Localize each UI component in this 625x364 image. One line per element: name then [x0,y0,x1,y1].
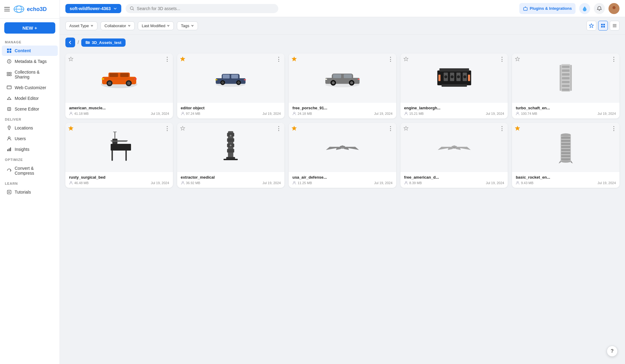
card-star-button[interactable] [515,126,520,132]
svg-rect-33 [603,24,605,25]
favorites-view-button[interactable] [587,21,596,31]
list-view-button[interactable] [610,21,620,31]
card-star-button[interactable] [404,56,408,63]
new-button[interactable]: NEW + [4,22,55,34]
asset-meta: 11.25 MB Jul 19, 2024 [292,181,393,185]
card-menu-button[interactable]: ⋮ [164,125,170,132]
card-image: ⋮ [289,53,396,102]
asset-card[interactable]: ⋮ free_american_d... 8.39 MB Jul 19, 202… [400,123,508,188]
svg-rect-22 [9,148,10,151]
card-menu-button[interactable]: ⋮ [276,125,281,132]
svg-rect-113 [111,141,127,142]
card-star-button[interactable] [68,56,73,63]
back-button[interactable] [65,38,75,47]
asset-card[interactable]: ⋮ usa_air_defense... 11.25 MB Jul 19, 20… [289,123,396,188]
card-star-button[interactable] [515,56,520,63]
svg-marker-64 [181,57,185,61]
card-star-button[interactable] [292,126,297,132]
asset-date: Jul 19, 2024 [374,112,393,115]
svg-rect-96 [562,70,570,72]
view-toggle [587,21,620,31]
asset-card[interactable]: ⋮ extractor_medical 36.92 MB Jul 19, 202… [177,123,285,188]
sidebar-item-model-editor[interactable]: Model Editor [2,93,58,104]
svg-point-19 [9,127,10,128]
plugins-button[interactable]: Plugins & Integrations [519,3,576,14]
asset-card[interactable]: ⋮ free_porsche_91... 24.18 MB Jul 19, 20… [289,53,396,118]
svg-point-134 [405,181,407,183]
svg-rect-9 [9,72,11,74]
svg-rect-103 [570,65,572,91]
search-input[interactable] [137,6,274,11]
asset-size: 97.24 MB [181,111,200,115]
asset-card[interactable]: ⋮ american_muscle... 41.18 MB Jul 19, 20… [65,53,173,118]
sidebar-item-scene-editor[interactable]: Scene Editor [2,104,58,114]
asset-card[interactable]: ⋮ basic_rocket_en... 9.43 MB Jul 19, 202… [512,123,620,188]
sidebar-item-collections[interactable]: Collections & Sharing [2,67,58,82]
svg-rect-118 [227,138,234,142]
svg-line-26 [133,9,134,10]
svg-point-123 [230,135,232,136]
sidebar-item-metadata[interactable]: Metadata & Tags [2,56,58,67]
sidebar-item-convert[interactable]: Convert & Compress [2,163,58,178]
grid-view-button[interactable] [598,21,608,31]
collections-label: Collections & Sharing [15,70,53,79]
sidebar-item-web-customizer[interactable]: Web Customizer [2,82,58,93]
svg-point-88 [457,75,460,78]
workspace-selector[interactable]: soft-wildflower-4363 [65,4,121,13]
asset-card[interactable]: ⋮ engine_lamborgh... 15.21 MB Jul 19, 20… [400,53,508,118]
web-customizer-icon [7,85,12,90]
filter-toolbar: Asset Type Collaborator Last Modified Ta… [60,17,625,35]
asset-card[interactable]: ⋮ editor object 97.24 MB Jul 19, 2024 [177,53,285,118]
sidebar-item-content[interactable]: Content [2,46,58,56]
breadcrumb-folder-button[interactable]: 3D_Assets_test [81,38,126,47]
asset-size: 8.39 MB [404,181,422,185]
sidebar-item-locations[interactable]: Locations [2,123,58,133]
asset-type-filter[interactable]: Asset Type [65,21,97,30]
collaborator-filter[interactable]: Collaborator [101,21,135,30]
card-menu-button[interactable]: ⋮ [611,56,616,63]
asset-card[interactable]: ⋮ turbo_schaft_en... 100.74 MB Jul 19, 2… [512,53,620,118]
card-menu-button[interactable]: ⋮ [611,125,616,132]
hamburger-menu[interactable] [4,7,10,11]
card-menu-button[interactable]: ⋮ [499,56,505,63]
asset-name: free_porsche_91... [292,106,393,110]
svg-rect-10 [7,75,9,76]
asset-name: rusty_surgical_bed [69,175,169,180]
card-menu-button[interactable]: ⋮ [388,56,393,63]
last-modified-filter[interactable]: Last Modified [138,21,174,30]
card-menu-button[interactable]: ⋮ [499,125,505,132]
user-avatar[interactable] [609,3,620,14]
card-star-button[interactable] [292,56,297,63]
puzzle-icon [523,6,528,11]
card-menu-button[interactable]: ⋮ [164,56,170,63]
card-menu-button[interactable]: ⋮ [276,56,281,63]
water-icon-button[interactable] [579,3,590,14]
water-drop-icon [582,6,587,11]
svg-point-86 [444,75,447,78]
card-star-button[interactable] [68,126,73,132]
svg-point-124 [230,144,232,146]
user-icon [404,181,408,185]
tags-filter[interactable]: Tags [177,21,198,30]
svg-point-52 [70,112,72,114]
card-star-button[interactable] [404,126,408,132]
card-star-button[interactable] [180,56,185,63]
svg-rect-21 [7,149,8,151]
asset-name: basic_rocket_en... [516,175,616,180]
svg-rect-100 [562,85,570,87]
card-menu-button[interactable]: ⋮ [388,125,393,132]
asset-meta: 46.48 MB Jul 19, 2024 [69,181,169,185]
help-button[interactable]: ? [607,346,618,357]
svg-rect-69 [333,74,341,78]
svg-rect-120 [227,149,234,153]
search-container [126,4,278,13]
sidebar-item-insights[interactable]: Insights [2,144,58,155]
asset-card[interactable]: ⋮ rusty_surgical_bed 46.48 MB Jul 19, 20… [65,123,173,188]
sidebar-item-users[interactable]: Users [2,133,58,144]
sidebar-item-tutorials[interactable]: Tutorials [2,187,58,197]
card-star-button[interactable] [180,126,185,132]
card-info: editor object 97.24 MB Jul 19, 2024 [177,102,285,118]
notifications-button[interactable] [594,3,605,14]
svg-rect-141 [561,149,570,151]
svg-rect-35 [603,26,605,27]
